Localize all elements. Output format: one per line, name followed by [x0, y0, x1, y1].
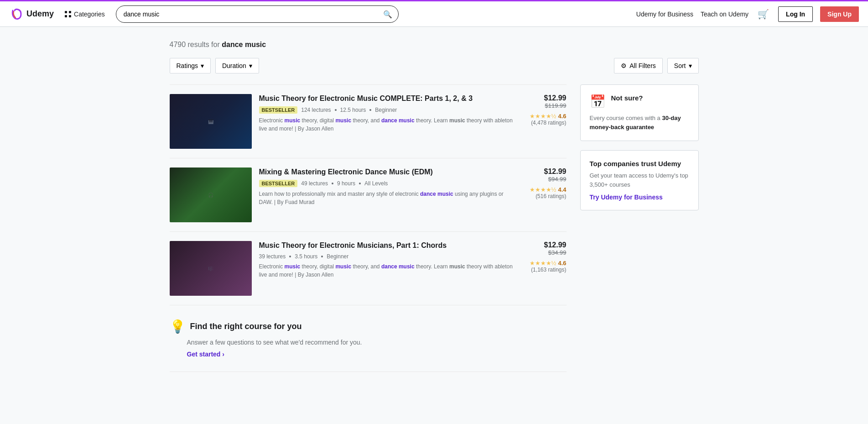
sidebar-card-content: Not sure? [611, 94, 643, 105]
sort-button[interactable]: Sort ▾ [667, 58, 699, 73]
current-price: $12.99 [521, 168, 567, 176]
find-course-title: Find the right course for you [190, 322, 302, 331]
teach-link[interactable]: Teach on Udemy [701, 10, 748, 18]
rating-number: 4.6 [558, 113, 566, 120]
course-card[interactable]: 🎧 Mixing & Mastering Electronic Dance Mu… [170, 158, 567, 232]
star-icons: ★★★★½ [530, 186, 556, 193]
search-icon[interactable]: 🔍 [383, 10, 392, 18]
dot-separator [359, 183, 361, 184]
course-price-section: $12.99 $94.99 ★★★★½ 4.4 (516 ratings) [521, 168, 567, 222]
search-bar: 🔍 [116, 5, 399, 23]
svg-rect-0 [65, 11, 67, 13]
course-meta: 39 lectures 3.5 hours Beginner [259, 253, 514, 260]
get-started-link[interactable]: Get started › [187, 351, 224, 358]
svg-rect-2 [65, 15, 67, 17]
sidebar: 📅 Not sure? Every course comes with a 30… [580, 84, 699, 372]
grid-icon [65, 11, 71, 17]
not-sure-card: 📅 Not sure? Every course comes with a 30… [580, 84, 699, 141]
results-header: 4790 results for dance music [170, 41, 699, 49]
chevron-down-icon: ▾ [689, 62, 692, 69]
rating-count: (4,478 ratings) [521, 120, 567, 126]
course-thumbnail: 🎧 [170, 168, 252, 222]
star-icons: ★★★★½ [530, 113, 556, 120]
all-filters-button[interactable]: ⚙ All Filters [614, 58, 663, 73]
filters-left: Ratings ▾ Duration ▾ [170, 58, 259, 73]
course-info: Mixing & Mastering Electronic Dance Musi… [259, 168, 514, 222]
bestseller-badge: BESTSELLER [259, 106, 298, 114]
try-udemy-business-link[interactable]: Try Udemy for Business [590, 194, 663, 201]
current-price: $12.99 [521, 94, 567, 102]
svg-rect-3 [69, 15, 71, 17]
course-price-section: $12.99 $119.99 ★★★★½ 4.6 (4,478 ratings) [521, 94, 567, 149]
course-thumbnail: 🎼 [170, 241, 252, 296]
rating-count: (1,163 ratings) [521, 267, 567, 273]
duration-filter[interactable]: Duration ▾ [215, 58, 259, 73]
filters-bar: Ratings ▾ Duration ▾ ⚙ All Filters Sort … [170, 58, 699, 73]
not-sure-description: Every course comes with a 30-day money-b… [590, 114, 689, 131]
companies-description: Get your team access to Udemy's top 3,50… [590, 171, 689, 189]
rating-stars: ★★★★½ 4.6 [521, 113, 567, 120]
login-button[interactable]: Log In [778, 6, 813, 22]
find-course-section: 💡 Find the right course for you Answer a… [170, 305, 567, 372]
content-layout: 🎹 Music Theory for Electronic Music COMP… [170, 84, 699, 372]
star-icons: ★★★★½ [530, 260, 556, 267]
original-price: $94.99 [521, 176, 567, 183]
calendar-icon: 📅 [590, 94, 606, 109]
current-price: $12.99 [521, 241, 567, 249]
bestseller-badge: BESTSELLER [259, 180, 298, 187]
dot-separator [321, 256, 323, 257]
rating-count: (516 ratings) [521, 193, 567, 199]
svg-rect-1 [69, 11, 71, 13]
filter-icon: ⚙ [621, 62, 627, 69]
rating-number: 4.6 [558, 260, 566, 267]
categories-button[interactable]: Categories [61, 9, 109, 20]
course-title: Mixing & Mastering Electronic Dance Musi… [259, 168, 514, 177]
course-title: Music Theory for Electronic Music COMPLE… [259, 94, 514, 104]
logo-text: Udemy [26, 9, 54, 19]
course-meta: BESTSELLER 124 lectures 12.5 hours Begin… [259, 106, 514, 114]
course-description: Electronic music theory, digital music t… [259, 116, 514, 133]
courses-list: 🎹 Music Theory for Electronic Music COMP… [170, 84, 567, 372]
header-nav: Udemy for Business Teach on Udemy 🛒 Log … [636, 6, 859, 22]
dot-separator [289, 256, 291, 257]
chevron-down-icon: ▾ [249, 62, 252, 69]
udemy-business-link[interactable]: Udemy for Business [636, 10, 693, 18]
course-price-section: $12.99 $34.99 ★★★★½ 4.6 (1,163 ratings) [521, 241, 567, 296]
rating-stars: ★★★★½ 4.6 [521, 260, 567, 267]
rating-stars: ★★★★½ 4.4 [521, 186, 567, 193]
course-description: Electronic music theory, digital music t… [259, 262, 514, 279]
original-price: $119.99 [521, 102, 567, 109]
udemy-logo[interactable]: Udemy [9, 7, 54, 21]
not-sure-title: Not sure? [611, 94, 643, 102]
search-input[interactable] [116, 5, 399, 23]
course-info: Music Theory for Electronic Musicians, P… [259, 241, 514, 296]
cart-button[interactable]: 🛒 [756, 7, 771, 21]
course-title: Music Theory for Electronic Musicians, P… [259, 241, 514, 251]
course-meta: BESTSELLER 49 lectures 9 hours All Level… [259, 180, 514, 187]
dot-separator [332, 183, 333, 184]
companies-card: Top companies trust Udemy Get your team … [580, 150, 699, 210]
signup-button[interactable]: Sign Up [820, 6, 859, 22]
bulb-icon: 💡 [170, 319, 186, 334]
course-thumbnail: 🎹 [170, 94, 252, 149]
companies-title: Top companies trust Udemy [590, 160, 689, 168]
rating-number: 4.4 [558, 186, 566, 193]
find-course-header: 💡 Find the right course for you [170, 319, 302, 334]
course-card[interactable]: 🎹 Music Theory for Electronic Music COMP… [170, 84, 567, 158]
ratings-filter[interactable]: Ratings ▾ [170, 58, 211, 73]
dot-separator [335, 109, 337, 111]
dot-separator [369, 109, 371, 111]
course-description: Learn how to professionally mix and mast… [259, 190, 514, 206]
find-course-description: Answer a few questions to see what we'd … [187, 339, 362, 346]
course-card[interactable]: 🎼 Music Theory for Electronic Musicians,… [170, 232, 567, 305]
filters-right: ⚙ All Filters Sort ▾ [614, 58, 698, 73]
course-info: Music Theory for Electronic Music COMPLE… [259, 94, 514, 149]
sidebar-card-header: 📅 Not sure? [590, 94, 689, 109]
original-price: $34.99 [521, 249, 567, 256]
chevron-down-icon: ▾ [201, 62, 204, 69]
